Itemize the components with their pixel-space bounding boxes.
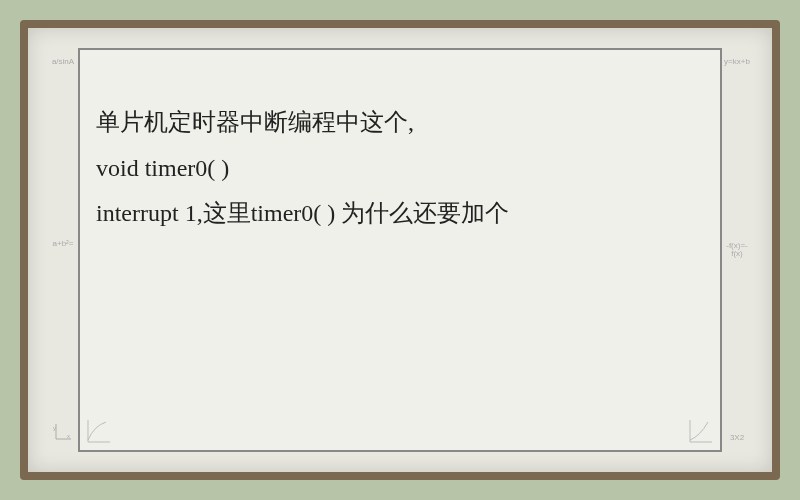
formula-top-left: a/sinA bbox=[52, 58, 74, 66]
question-text: 单片机定时器中断编程中这个, void timer0( ) interrupt … bbox=[96, 100, 704, 237]
formula-top-right: y=kx+b bbox=[724, 58, 750, 66]
right-margin: y=kx+b -f(x)=-f(x) 3X2 bbox=[724, 48, 750, 452]
axes-icon: yx bbox=[53, 422, 73, 442]
writing-area: 单片机定时器中断编程中这个, void timer0( ) interrupt … bbox=[78, 48, 722, 452]
whiteboard: a/sinA a+b²= yx y=kx+b -f(x)=-f(x) 3X2 单… bbox=[20, 20, 780, 480]
formula-bot-right: 3X2 bbox=[730, 434, 744, 442]
formula-mid-right: -f(x)=-f(x) bbox=[724, 242, 750, 258]
formula-mid-left: a+b²= bbox=[53, 240, 74, 248]
text-line-2: void timer0( ) bbox=[96, 146, 704, 192]
axes-bottom-right-icon bbox=[686, 416, 716, 446]
text-line-1: 单片机定时器中断编程中这个, bbox=[96, 100, 704, 146]
left-margin: a/sinA a+b²= yx bbox=[50, 48, 76, 452]
axes-bottom-left-icon bbox=[84, 416, 114, 446]
text-line-3: interrupt 1,这里timer0( ) 为什么还要加个 bbox=[96, 191, 704, 237]
svg-text:y: y bbox=[53, 425, 56, 431]
svg-text:x: x bbox=[67, 433, 70, 439]
